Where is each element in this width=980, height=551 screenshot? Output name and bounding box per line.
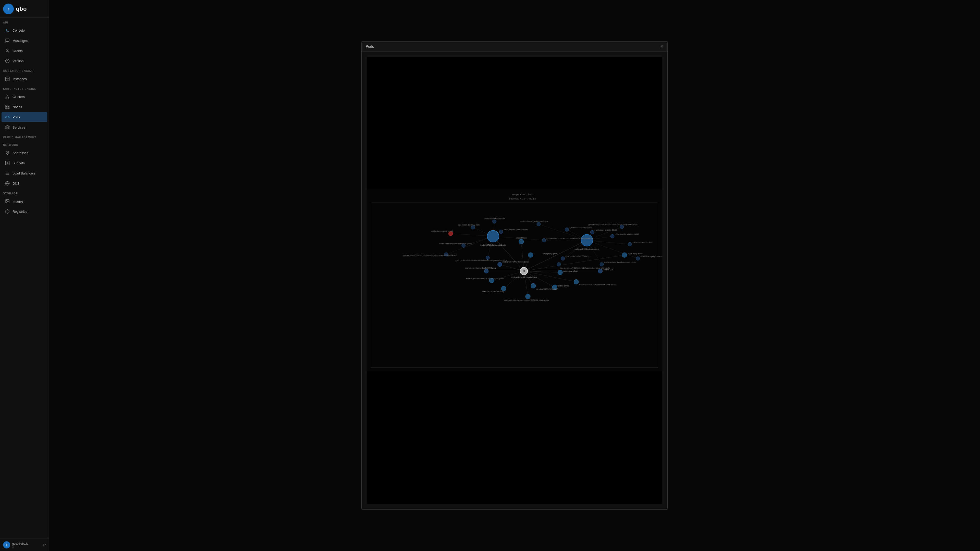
svg-point-72	[558, 270, 563, 275]
svg-point-94	[493, 220, 496, 224]
container-engine-header: CONTAINER ENGINE	[0, 66, 49, 74]
sidebar-item-console[interactable]: Console	[2, 25, 47, 35]
svg-text:kube-controller-manager-contro: kube-controller-manager-control-4df5c34f…	[504, 299, 549, 301]
svg-text:kube-proxy-zr6hz: kube-proxy-zr6hz	[628, 252, 643, 255]
sidebar-item-load-balancers[interactable]: Load Balancers	[2, 168, 47, 178]
svg-point-114	[565, 227, 569, 231]
instances-icon	[5, 76, 10, 82]
registry-icon	[5, 209, 10, 214]
svg-point-90	[498, 262, 502, 267]
svg-point-78	[531, 283, 536, 288]
storage-header: STORAGE	[0, 189, 49, 196]
modal-overlay: Pods × semper.cloud.qbo.io kubeflow_v1_9…	[49, 0, 980, 551]
modal-title: Pods	[366, 44, 374, 48]
svg-point-116	[590, 230, 594, 234]
svg-rect-18	[8, 107, 9, 109]
svg-text:gpu-operator-1723529693-node-f: gpu-operator-1723529693-node-feature-dis…	[546, 238, 595, 240]
svg-point-86	[574, 279, 579, 284]
svg-text:gpu-operator-1723529693-node-f: gpu-operator-1723529693-node-feature-dis…	[403, 254, 457, 256]
svg-text:nvidia-operator-validator-68x4: nvidia-operator-validator-68x4w	[504, 229, 528, 231]
svg-line-14	[7, 96, 9, 98]
svg-text:q: q	[8, 7, 10, 11]
svg-point-108	[542, 238, 546, 242]
user-email: qbot@qbo.io	[12, 542, 42, 545]
svg-text:kube-proxy-p2bqh: kube-proxy-p2bqh	[563, 270, 578, 272]
svg-text:nvidia-container-toolkit-daemo: nvidia-container-toolkit-daemonset-pfqwq	[605, 261, 636, 263]
svg-point-92	[598, 269, 603, 273]
svg-text:etcd-control-4df5c34f.cloud.qb: etcd-control-4df5c34f.cloud.qbo.io	[503, 261, 529, 263]
clients-label: Clients	[13, 49, 23, 53]
nodes-label: Nodes	[13, 105, 22, 109]
messages-label: Messages	[13, 39, 27, 43]
sidebar-item-version[interactable]: Version	[2, 56, 47, 66]
svg-text:gpu-feature-discovery-7d98b: gpu-feature-discovery-7d98b	[570, 227, 592, 229]
sidebar-item-instances[interactable]: Instances	[2, 74, 47, 84]
instances-label: Instances	[13, 77, 27, 81]
svg-text:coredns-76f75df574-z2m7: coredns-76f75df574-z2m7	[536, 288, 558, 290]
svg-text:nvidia-container-toolkit-daemo: nvidia-container-toolkit-daemonset-c2ww7	[439, 243, 472, 245]
sidebar-item-messages[interactable]: Messages	[2, 36, 47, 45]
svg-point-84	[525, 294, 530, 299]
svg-text:coredns-76f75df574-v4rhp: coredns-76f75df574-v4rhp	[482, 290, 504, 292]
kubernetes-engine-header: KUBERNETES ENGINE	[0, 84, 49, 92]
subnets-label: Subnets	[13, 161, 25, 165]
network-graph[interactable]: semper.cloud.qbo.io kubeflow_v1_9_0_nvid…	[367, 57, 662, 504]
svg-point-106	[486, 256, 490, 260]
clusters-icon	[5, 94, 10, 100]
svg-text:nvidia-dcgm-exporter-vmp8z: nvidia-dcgm-exporter-vmp8z	[431, 230, 453, 232]
clusters-label: Clusters	[13, 95, 25, 99]
message-icon	[5, 38, 10, 43]
sidebar-item-subnets[interactable]: Subnets	[2, 158, 47, 168]
svg-text:node-ac6f438e.cloud.qbo.io: node-ac6f438e.cloud.qbo.io	[574, 248, 600, 250]
sidebar-item-clients[interactable]: Clients	[2, 46, 47, 56]
sidebar-item-services[interactable]: Services	[2, 122, 47, 132]
svg-point-118	[611, 234, 614, 238]
svg-point-76	[622, 252, 627, 257]
network-header: NETWORK	[0, 140, 49, 148]
modal-close-button[interactable]: ×	[660, 44, 663, 49]
svg-point-120	[628, 242, 632, 246]
svg-text:kindnet-tlwkn: kindnet-tlwkn	[516, 237, 527, 239]
sidebar-item-nodes[interactable]: Nodes	[2, 102, 47, 112]
user-badge: 2	[12, 545, 42, 548]
svg-rect-26	[367, 189, 662, 372]
sidebar-item-pods[interactable]: Pods	[2, 112, 47, 122]
svg-text:nvidia-device-plugin-daemonset: nvidia-device-plugin-daemonset-ljzrt	[520, 221, 548, 222]
sidebar-item-dns[interactable]: DNS	[2, 179, 47, 188]
svg-point-63	[581, 234, 593, 246]
sidebar-item-clusters[interactable]: Clusters	[2, 92, 47, 102]
sidebar-item-addresses[interactable]: Addresses	[2, 148, 47, 158]
svg-text:control-4df5c34f.cloud.qbo.io: control-4df5c34f.cloud.qbo.io	[511, 276, 537, 278]
logo-area: q qbo	[0, 0, 49, 17]
pods-label: Pods	[13, 115, 20, 119]
logout-button[interactable]: ↩	[42, 543, 46, 548]
services-label: Services	[13, 125, 25, 129]
svg-point-112	[537, 222, 541, 226]
logo-icon: q	[3, 3, 14, 14]
dns-icon	[5, 181, 10, 186]
lb-icon	[5, 170, 10, 176]
svg-text:local-path-provisioner-9cc5c95: local-path-provisioner-9cc5c9578-8zkng	[465, 267, 496, 269]
sidebar-item-registries[interactable]: Registries	[2, 206, 47, 216]
terminal-icon	[5, 27, 10, 33]
svg-text:gpu-operator-1723529693-node-f: gpu-operator-1723529693-node-feature-dis…	[588, 224, 638, 225]
svg-text:kube-proxy-qrmtn: kube-proxy-qrmtn	[542, 252, 557, 255]
graph-svg: semper.cloud.qbo.io kubeflow_v1_9_0_nvid…	[367, 57, 662, 504]
svg-text:nvidia-cuda-validator-zzxkx: nvidia-cuda-validator-zzxkx	[484, 218, 505, 219]
load-balancers-label: Load Balancers	[13, 171, 35, 175]
svg-text:nvidia-dcgm-exporter-22s58: nvidia-dcgm-exporter-22s58	[595, 229, 617, 231]
svg-text:kindnet-r228: kindnet-r228	[604, 269, 613, 271]
svg-point-68	[519, 239, 524, 244]
svg-rect-17	[6, 107, 7, 109]
svg-rect-16	[8, 105, 9, 106]
svg-rect-15	[6, 105, 7, 106]
sidebar-item-images[interactable]: Images	[2, 197, 47, 206]
registries-label: Registries	[13, 210, 27, 213]
svg-point-100	[449, 231, 453, 236]
images-label: Images	[13, 200, 24, 203]
main-content: Pods × semper.cloud.qbo.io kubeflow_v1_9…	[49, 0, 980, 551]
svg-point-25	[6, 200, 7, 201]
svg-text:kindnet-zf7ms: kindnet-zf7ms	[557, 285, 569, 287]
svg-text:nvidia-operator-validator-dskd: nvidia-operator-validator-dskd9	[615, 233, 639, 235]
console-label: Console	[13, 29, 25, 32]
